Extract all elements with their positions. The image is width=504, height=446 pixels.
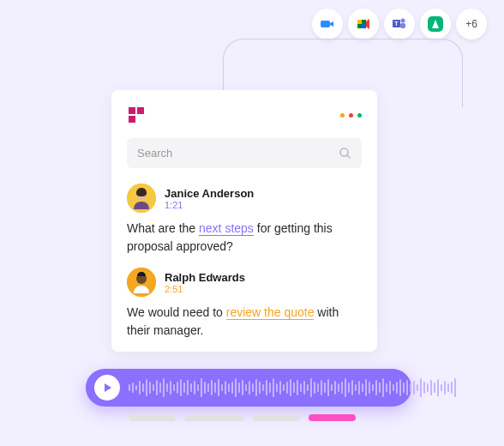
svg-rect-3	[362, 24, 366, 28]
svg-rect-7	[400, 23, 405, 28]
svg-point-6	[401, 19, 405, 23]
waveform[interactable]	[129, 377, 456, 398]
message-meta: Janice Anderson 1:21	[165, 187, 254, 210]
app-green-icon[interactable]	[420, 9, 451, 39]
message-timestamp[interactable]: 1:21	[165, 200, 254, 210]
message-header: Ralph Edwards 2:51	[127, 268, 362, 297]
integrations-more-label: +6	[465, 18, 477, 30]
avatar	[127, 268, 156, 297]
integrations-bar: T +6	[312, 9, 487, 39]
search-input[interactable]: Search	[127, 138, 362, 168]
zoom-icon[interactable]	[312, 9, 343, 39]
dot-icon	[357, 113, 362, 118]
search-icon	[339, 147, 351, 160]
svg-rect-9	[129, 107, 135, 114]
highlight-link[interactable]: review the quote	[226, 305, 315, 320]
svg-rect-10	[137, 107, 144, 114]
card-header	[127, 105, 362, 124]
message-author: Ralph Edwards	[165, 271, 245, 284]
avatar	[127, 184, 156, 213]
menu-dots[interactable]	[340, 113, 362, 118]
skeleton-loader	[129, 414, 356, 421]
google-meet-icon[interactable]	[348, 9, 379, 39]
transcript-card: Search Janice Anderson 1:21 What are the…	[111, 90, 377, 352]
svg-rect-11	[129, 116, 135, 123]
search-placeholder: Search	[137, 147, 172, 160]
svg-line-13	[347, 155, 350, 158]
svg-rect-2	[357, 20, 362, 24]
skeleton-bar	[309, 414, 356, 421]
dot-icon	[349, 113, 353, 118]
ms-teams-icon[interactable]: T	[384, 9, 415, 39]
app-logo	[127, 105, 146, 124]
message-header: Janice Anderson 1:21	[127, 184, 362, 213]
message-author: Janice Anderson	[165, 187, 254, 200]
highlight-link[interactable]: next steps	[199, 221, 254, 236]
audio-player	[86, 369, 411, 407]
svg-rect-0	[321, 21, 330, 27]
play-button[interactable]	[94, 375, 120, 401]
message: Ralph Edwards 2:51 We would need to revi…	[127, 268, 362, 340]
message-body: We would need to review the quote with t…	[127, 304, 362, 340]
skeleton-bar	[184, 414, 244, 421]
skeleton-bar	[253, 414, 300, 421]
skeleton-bar	[129, 414, 176, 421]
message-meta: Ralph Edwards 2:51	[165, 271, 245, 294]
play-icon	[103, 383, 113, 393]
svg-text:T: T	[394, 21, 399, 27]
message: Janice Anderson 1:21 What are the next s…	[127, 184, 362, 256]
message-body: What are the next steps for getting this…	[127, 220, 362, 256]
integrations-more-button[interactable]: +6	[456, 9, 487, 39]
dot-icon	[340, 113, 345, 118]
message-timestamp[interactable]: 2:51	[165, 284, 245, 294]
